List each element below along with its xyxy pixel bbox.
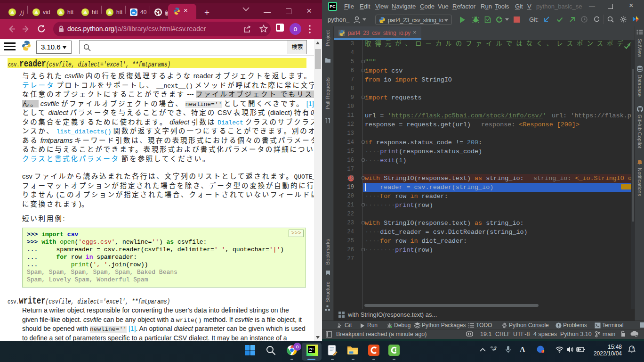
svg-text:PC: PC [309,347,314,351]
svg-text:z: z [494,347,496,350]
svg-text:z: z [632,346,634,350]
